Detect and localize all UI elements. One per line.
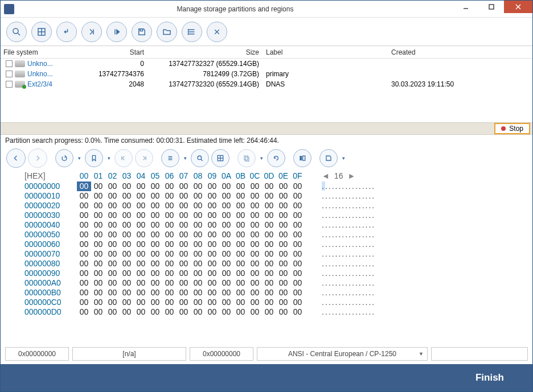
nav-back-button[interactable]: [6, 148, 26, 168]
progress-text: Partition search progress: 0.0%. Time co…: [1, 135, 532, 146]
cell-label: DNAS: [263, 80, 388, 88]
hex-row[interactable]: 0000008000000000000000000000000000000000…: [24, 259, 532, 269]
encoding-select[interactable]: ANSI - Central European / CP-1250: [257, 347, 428, 361]
maximize-button[interactable]: [478, 1, 504, 13]
status-offset[interactable]: 0x00000000: [5, 347, 69, 361]
hex-row[interactable]: 000000D000000000000000000000000000000000…: [24, 307, 532, 317]
stop-button[interactable]: Stop: [494, 123, 530, 134]
hex-bytes[interactable]: 00000000000000000000000000000000: [77, 201, 305, 211]
hex-bytes[interactable]: 00000000000000000000000000000000: [77, 191, 305, 201]
skip-end-button[interactable]: [81, 22, 102, 42]
hex-ascii: ................: [322, 240, 375, 249]
svg-rect-1: [489, 5, 494, 9]
redo-dropdown[interactable]: ▾: [76, 155, 83, 161]
bookmark-dropdown[interactable]: ▾: [105, 155, 112, 161]
hex-bytes[interactable]: 00000000000000000000000000000000: [77, 278, 305, 288]
svg-rect-33: [300, 156, 302, 160]
width-prev-icon[interactable]: ◄: [322, 171, 330, 180]
checkbox[interactable]: [6, 81, 13, 88]
folder-button[interactable]: [157, 22, 177, 42]
cell-created: 30.03.2023 19:11:50: [388, 80, 532, 88]
hex-bytes[interactable]: 00000000000000000000000000000000: [77, 288, 305, 298]
col-start[interactable]: Start: [92, 48, 149, 56]
refresh-button[interactable]: [267, 149, 285, 167]
save-button[interactable]: [132, 22, 152, 42]
checkbox[interactable]: [6, 71, 13, 77]
export-button[interactable]: [319, 149, 338, 167]
search-button[interactable]: [6, 22, 27, 42]
table-row[interactable]: Unkno...1374277343767812499 (3.72GB)prim…: [1, 69, 532, 79]
find-button[interactable]: [191, 149, 209, 167]
cancel-button[interactable]: [207, 22, 227, 42]
table-header: File system Start Size Label Created: [1, 46, 532, 59]
list-button[interactable]: [182, 22, 202, 42]
col-size[interactable]: Size: [149, 48, 263, 56]
hex-bytes[interactable]: 00000000000000000000000000000000: [77, 259, 305, 269]
hex-bytes[interactable]: 00000000000000000000000000000000: [77, 298, 305, 307]
hex-row[interactable]: 0000002000000000000000000000000000000000…: [24, 201, 532, 211]
hex-bytes[interactable]: 00000000000000000000000000000000: [77, 249, 305, 259]
hex-bytes[interactable]: 00000000000000000000000000000000: [77, 181, 305, 191]
hex-row[interactable]: 000000B000000000000000000000000000000000…: [24, 288, 532, 298]
hex-row[interactable]: 0000005000000000000000000000000000000000…: [24, 230, 532, 240]
hex-ascii: ................: [322, 230, 375, 240]
width-next-icon[interactable]: ►: [347, 171, 355, 180]
hex-row[interactable]: 000000C000000000000000000000000000000000…: [24, 298, 532, 307]
list-dropdown[interactable]: ▾: [182, 155, 188, 161]
hex-bytes[interactable]: 00000000000000000000000000000000: [77, 307, 305, 317]
hex-row[interactable]: 0000001000000000000000000000000000000000…: [24, 191, 532, 201]
main-toolbar: [1, 18, 532, 46]
hex-row[interactable]: 000000A000000000000000000000000000000000…: [24, 278, 532, 288]
status-selection[interactable]: [n/a]: [72, 347, 186, 361]
hex-ascii: ................: [322, 181, 375, 191]
hex-bytes[interactable]: 00000000000000000000000000000000: [77, 211, 305, 220]
hex-row[interactable]: 0000006000000000000000000000000000000000…: [24, 240, 532, 249]
nav-forward-button[interactable]: [28, 148, 47, 168]
hex-body[interactable]: 0000000000000000000000000000000000000000…: [1, 181, 532, 339]
hex-bytes[interactable]: 00000000000000000000000000000000: [77, 220, 305, 230]
close-button[interactable]: [504, 1, 532, 13]
finish-button[interactable]: Finish: [475, 372, 504, 383]
hex-row[interactable]: 0000007000000000000000000000000000000000…: [24, 249, 532, 259]
grid-button[interactable]: [31, 22, 52, 42]
minimize-button[interactable]: [453, 1, 478, 13]
redo-button[interactable]: [55, 149, 73, 167]
hex-row[interactable]: 0000004000000000000000000000000000000000…: [24, 220, 532, 230]
bookmark-button[interactable]: [85, 149, 103, 167]
grid-view-button[interactable]: [211, 149, 229, 167]
play-button[interactable]: [106, 22, 127, 42]
compare-button[interactable]: [293, 149, 311, 167]
status-position[interactable]: 0x00000000: [190, 347, 253, 361]
export-dropdown[interactable]: ▾: [340, 155, 347, 161]
hex-col: 0A: [219, 171, 233, 180]
copy-dropdown[interactable]: ▾: [258, 155, 265, 161]
cell-size: 137427732327 (65529.14GB): [149, 60, 263, 68]
hex-col: 02: [105, 171, 120, 180]
svg-point-26: [198, 156, 202, 160]
table-row[interactable]: Ext2/3/42048137427732320 (65529.14GB)DNA…: [1, 79, 532, 89]
hex-row[interactable]: 0000009000000000000000000000000000000000…: [24, 269, 532, 278]
table-row[interactable]: Unkno...0137427732327 (65529.14GB): [1, 59, 532, 69]
checkbox[interactable]: [6, 60, 13, 67]
next-bookmark-button[interactable]: [135, 149, 153, 167]
col-created[interactable]: Created: [388, 48, 532, 56]
hex-address: 00000010: [24, 191, 77, 201]
hex-col: 07: [177, 171, 191, 180]
hex-row[interactable]: 0000003000000000000000000000000000000000…: [24, 211, 532, 220]
hex-bytes[interactable]: 00000000000000000000000000000000: [77, 269, 305, 278]
hex-bytes[interactable]: 00000000000000000000000000000000: [77, 240, 305, 249]
titlebar: Manage storage partitions and regions: [1, 1, 532, 18]
prev-bookmark-button[interactable]: [114, 149, 133, 167]
hex-bytes[interactable]: 00000000000000000000000000000000: [77, 230, 305, 240]
copy-button[interactable]: [237, 149, 256, 167]
col-label[interactable]: Label: [263, 48, 388, 56]
hex-row[interactable]: 0000000000000000000000000000000000000000…: [24, 181, 532, 191]
list-view-button[interactable]: [161, 149, 179, 167]
fs-name: Unkno...: [27, 70, 53, 78]
hex-ascii: ................: [322, 211, 375, 220]
undo-button[interactable]: [56, 22, 77, 42]
cell-label: primary: [263, 70, 388, 78]
record-icon: [501, 126, 506, 131]
svg-point-18: [188, 34, 189, 35]
col-filesystem[interactable]: File system: [1, 48, 92, 56]
